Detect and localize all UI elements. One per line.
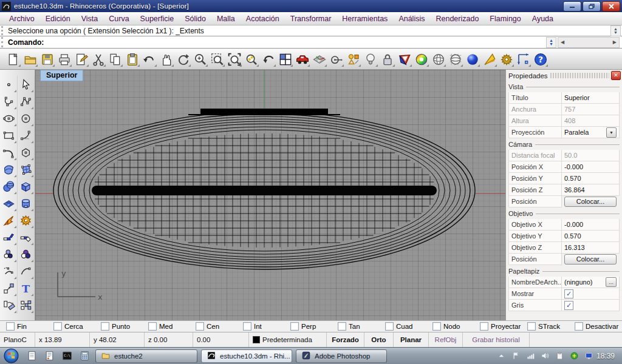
osnap-proyectar[interactable]: Proyectar (480, 322, 527, 331)
rectangle-icon[interactable] (0, 127, 18, 144)
prop-value-posici-n-z[interactable]: 36.864 (562, 184, 620, 196)
osnap-checkbox-fin[interactable] (6, 322, 15, 331)
viewport-label[interactable]: Superior (40, 70, 83, 81)
status-refobj[interactable]: RefObj (429, 332, 463, 347)
status-planar[interactable]: Planar (394, 332, 429, 347)
osnap-checkbox-strack[interactable] (527, 322, 536, 331)
boolean2-icon[interactable] (17, 246, 35, 263)
box-icon[interactable] (17, 178, 35, 195)
viewport-superior[interactable]: Superior yx (35, 70, 505, 320)
osnap-checkbox-cerca[interactable] (53, 322, 62, 331)
menu-item-superficie[interactable]: Superficie (135, 13, 180, 24)
print-icon[interactable] (56, 51, 72, 67)
osnap-checkbox-cuad[interactable] (385, 322, 394, 331)
status-orto[interactable]: Orto (364, 332, 394, 347)
flamingo-icon[interactable] (481, 51, 497, 67)
status-grabar-historial[interactable]: Grabar historial (463, 332, 530, 347)
volume-icon[interactable] (540, 351, 550, 361)
drag-handle[interactable] (1, 26, 6, 35)
circle-tool-icon[interactable] (328, 51, 344, 67)
restore-button[interactable] (583, 1, 601, 12)
wireframe-sphere-icon[interactable] (430, 51, 446, 67)
status-forzado[interactable]: Forzado (327, 332, 364, 347)
command-spinner[interactable]: ▲▼ (546, 37, 556, 48)
taskbar-button-estuche2[interactable]: estuche2 (95, 349, 197, 363)
rendered-sphere-icon[interactable] (464, 51, 480, 67)
menu-item-renderizado[interactable]: Renderizado (430, 13, 484, 24)
polyline-icon[interactable] (17, 93, 35, 110)
prop-value-objetivo-y[interactable]: 0.570 (562, 231, 620, 242)
wordpad-icon[interactable] (43, 349, 56, 363)
colocar-button[interactable]: Colocar... (564, 197, 617, 207)
osnap-int[interactable]: Int (243, 322, 290, 331)
osnap-checkbox-tan[interactable] (338, 322, 346, 331)
osnap-punto[interactable]: Punto (101, 322, 148, 331)
undo-view-icon[interactable] (260, 51, 276, 67)
curve-icon[interactable] (0, 93, 18, 110)
dimension-icon[interactable] (515, 51, 531, 67)
menu-item-malla[interactable]: Malla (211, 13, 241, 24)
menu-item-curva[interactable]: Curva (103, 13, 134, 24)
layer-color-swatch[interactable] (253, 336, 260, 343)
explode-icon[interactable] (0, 212, 18, 229)
nav-left-icon[interactable]: ◀ (561, 39, 564, 45)
osnap-checkbox-perp[interactable] (290, 322, 299, 331)
zoom-window-icon[interactable] (209, 51, 225, 67)
group-icon[interactable] (0, 246, 18, 263)
osnap-checkbox-int[interactable] (243, 322, 251, 331)
status-planoc[interactable]: PlanoC (0, 332, 35, 347)
ellipse-icon[interactable] (0, 110, 18, 127)
pan-icon[interactable] (158, 51, 174, 67)
drag-handle[interactable] (1, 37, 6, 47)
tray-expand-icon[interactable] (496, 351, 507, 361)
annotate-icon[interactable] (73, 51, 89, 67)
dropdown-arrow-icon[interactable]: ▼ (606, 127, 617, 138)
blend-icon[interactable] (0, 263, 18, 280)
prop-value-objetivo-x[interactable]: -0.000 (562, 219, 620, 231)
start-button[interactable] (4, 348, 19, 363)
undo-icon[interactable] (141, 51, 157, 67)
osnap-cen[interactable]: Cen (196, 322, 243, 331)
split-icon[interactable] (17, 229, 35, 246)
osnap-cuad[interactable]: Cuad (385, 322, 432, 331)
prop-value-proyecci-n[interactable]: Paralela▼ (562, 127, 620, 138)
menu-item-acotaci-n[interactable]: Acotación (241, 13, 285, 24)
command-line[interactable]: Comando: ▲▼ ◀▶ (0, 36, 622, 49)
car-icon[interactable] (294, 51, 310, 67)
status-y-48-02[interactable]: y 48.02 (90, 332, 145, 347)
menu-item-transformar[interactable]: Transformar (285, 13, 337, 24)
notepad-icon[interactable] (25, 349, 38, 363)
osnap-checkbox-med[interactable] (148, 322, 157, 331)
surface-icon[interactable] (0, 161, 18, 178)
osnap-desactivar[interactable]: Desactivar (575, 322, 622, 331)
new-file-icon[interactable] (5, 51, 21, 67)
cut-icon[interactable] (90, 51, 106, 67)
lamp-icon[interactable] (362, 51, 378, 67)
status-predeterminada[interactable]: Predeterminada (249, 332, 327, 347)
taskbar-button-estuche10-3dm-rhi[interactable]: estuche10.3dm - Rhi... (201, 349, 292, 363)
status-0-00[interactable]: 0.00 (193, 332, 249, 347)
zoom-extents-icon[interactable] (226, 51, 242, 67)
boolean-icon[interactable] (0, 178, 18, 195)
panel-grip[interactable] (550, 73, 609, 78)
prop-value-nombredearch[interactable]: (ninguno)... (562, 277, 620, 288)
menu-item-s-lido[interactable]: Sólido (179, 13, 211, 24)
nav-right-icon[interactable]: ▶ (613, 39, 617, 45)
osnap-tan[interactable]: Tan (338, 322, 385, 331)
open-file-icon[interactable] (22, 51, 38, 67)
save-icon[interactable] (39, 51, 55, 67)
menu-item-archivo[interactable]: Archivo (4, 13, 40, 24)
colocar-button[interactable]: Colocar... (564, 254, 617, 265)
help-icon[interactable]: ? (532, 51, 549, 67)
minimize-button[interactable] (563, 1, 581, 12)
prop-value-posici-n-y[interactable]: 0.570 (562, 173, 620, 184)
flag-icon[interactable] (511, 351, 521, 361)
text-icon[interactable]: T (17, 280, 35, 297)
clock[interactable]: 18:39 (596, 352, 615, 360)
paste-icon[interactable] (124, 51, 140, 67)
prop-value-t-tulo[interactable]: Superior (562, 92, 620, 104)
browse-button[interactable]: ... (606, 277, 617, 287)
lock-icon[interactable] (379, 51, 395, 67)
prop-value-posici-n-x[interactable]: -0.000 (562, 161, 620, 173)
prop-value-objetivo-z[interactable]: 16.313 (562, 242, 620, 254)
